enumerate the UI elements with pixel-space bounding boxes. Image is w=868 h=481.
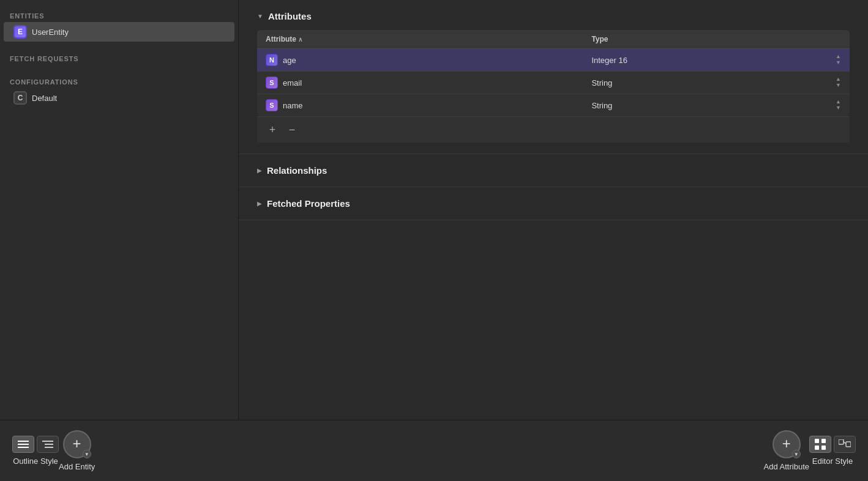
svg-rect-9: [821, 446, 826, 450]
badge-s-name: S: [266, 99, 278, 111]
type-column-header: Type: [583, 30, 850, 49]
svg-rect-3: [42, 441, 53, 442]
attr-type-cell-name: String ▲ ▼: [583, 94, 850, 117]
outline-style-group: Outline Style: [12, 436, 59, 466]
attr-label-age: age: [283, 56, 296, 65]
userentity-label: UserEntity: [32, 28, 69, 37]
grid-icon: [815, 439, 826, 450]
configurations-section-title: CONFIGURATIONS: [0, 72, 238, 88]
add-entity-group: + ▼ Add Entity: [59, 430, 95, 471]
add-attribute-label: Add Attribute: [764, 462, 809, 471]
editor-style-node-button[interactable]: [834, 436, 856, 453]
default-label: Default: [32, 94, 57, 103]
add-attribute-group: + ▼ Add Attribute: [764, 430, 809, 471]
type-stepper-email[interactable]: ▲ ▼: [836, 76, 841, 89]
entity-badge-e: E: [13, 25, 27, 39]
entities-section-title: ENTITIES: [0, 6, 238, 22]
content-area: ▼ Attributes Attribute ∧ Type: [239, 0, 868, 420]
fetch-requests-section-title: FETCH REQUESTS: [0, 49, 238, 65]
outline-style-list-button[interactable]: [12, 436, 34, 453]
remove-attribute-row-button[interactable]: −: [285, 123, 299, 136]
svg-rect-1: [18, 444, 29, 445]
svg-rect-7: [821, 439, 826, 443]
attr-name-cell-email: S email: [257, 72, 583, 94]
attr-type-value-age: Integer 16: [591, 56, 627, 65]
relationships-section[interactable]: ▶ Relationships: [239, 154, 868, 187]
attr-name-cell-age: N age: [257, 49, 583, 72]
add-attribute-row-button[interactable]: +: [266, 123, 279, 136]
svg-rect-2: [18, 447, 29, 448]
attr-type-cell-email: String ▲ ▼: [583, 72, 850, 94]
attributes-triangle-icon: ▼: [257, 13, 263, 20]
add-attribute-dropdown-icon[interactable]: ▼: [792, 450, 801, 458]
sort-arrow-icon: ∧: [298, 36, 302, 43]
attributes-section: ▼ Attributes Attribute ∧ Type: [239, 0, 868, 154]
table-row[interactable]: S email String ▲ ▼: [257, 72, 850, 94]
sidebar-item-userentity[interactable]: E UserEntity: [4, 22, 234, 42]
attributes-section-title: Attributes: [268, 11, 312, 21]
attr-type-value-email: String: [591, 78, 612, 88]
fetched-properties-triangle-icon: ▶: [257, 200, 262, 207]
attr-add-remove-row: + −: [257, 116, 850, 143]
table-row[interactable]: S name String ▲ ▼: [257, 94, 850, 117]
svg-rect-11: [846, 442, 851, 447]
type-stepper-name[interactable]: ▲ ▼: [836, 99, 841, 111]
sidebar-item-default[interactable]: C Default: [4, 88, 234, 108]
node-icon: [839, 439, 851, 449]
attributes-table: Attribute ∧ Type N age: [257, 30, 850, 116]
attr-type-cell-age: Integer 16 ▲ ▼: [583, 49, 850, 72]
svg-rect-8: [815, 446, 819, 450]
add-entity-button[interactable]: + ▼: [63, 430, 91, 458]
outline-style-label: Outline Style: [13, 457, 58, 466]
main-layout: ENTITIES E UserEntity FETCH REQUESTS CON…: [0, 0, 868, 420]
sidebar: ENTITIES E UserEntity FETCH REQUESTS CON…: [0, 0, 239, 420]
plus-icon-attr: +: [782, 436, 791, 451]
badge-n-age: N: [266, 54, 278, 66]
attribute-column-header: Attribute ∧: [257, 30, 583, 49]
list-icon: [18, 440, 29, 449]
config-badge-c: C: [13, 91, 27, 105]
bottom-toolbar: Outline Style + ▼ Add Entity + ▼ Add Att…: [0, 420, 868, 481]
type-stepper-age[interactable]: ▲ ▼: [836, 54, 841, 66]
svg-rect-10: [839, 439, 844, 444]
editor-style-grid-button[interactable]: [809, 436, 831, 453]
indent-icon: [42, 440, 53, 449]
plus-icon: +: [73, 436, 81, 451]
svg-rect-6: [815, 439, 819, 443]
attributes-section-header[interactable]: ▼ Attributes: [257, 11, 850, 21]
svg-rect-0: [18, 441, 29, 442]
attr-label-name: name: [283, 101, 303, 110]
attr-label-email: email: [283, 78, 302, 88]
attr-type-value-name: String: [591, 101, 612, 110]
relationships-section-title: Relationships: [267, 165, 327, 176]
add-entity-label: Add Entity: [59, 462, 95, 471]
attr-name-cell-name: S name: [257, 94, 583, 117]
svg-rect-5: [45, 447, 53, 448]
outline-style-buttons: [12, 436, 59, 453]
fetched-properties-section-title: Fetched Properties: [267, 198, 350, 209]
editor-style-group: Editor Style: [809, 436, 856, 466]
badge-s-email: S: [266, 76, 278, 89]
outline-style-indent-button[interactable]: [37, 436, 59, 453]
table-row[interactable]: N age Integer 16 ▲ ▼: [257, 49, 850, 72]
svg-rect-4: [45, 444, 53, 445]
add-attribute-button[interactable]: + ▼: [773, 430, 801, 458]
relationships-triangle-icon: ▶: [257, 167, 262, 174]
fetched-properties-section[interactable]: ▶ Fetched Properties: [239, 187, 868, 220]
add-entity-dropdown-icon[interactable]: ▼: [83, 450, 91, 458]
editor-style-buttons: [809, 436, 856, 453]
editor-style-label: Editor Style: [812, 457, 853, 466]
